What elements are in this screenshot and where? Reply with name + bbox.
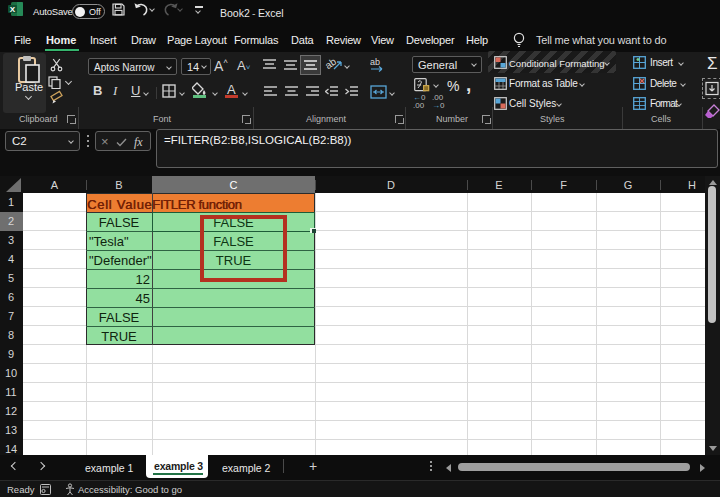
svg-text:X: X bbox=[10, 5, 16, 14]
svg-text:ab: ab bbox=[370, 57, 380, 67]
